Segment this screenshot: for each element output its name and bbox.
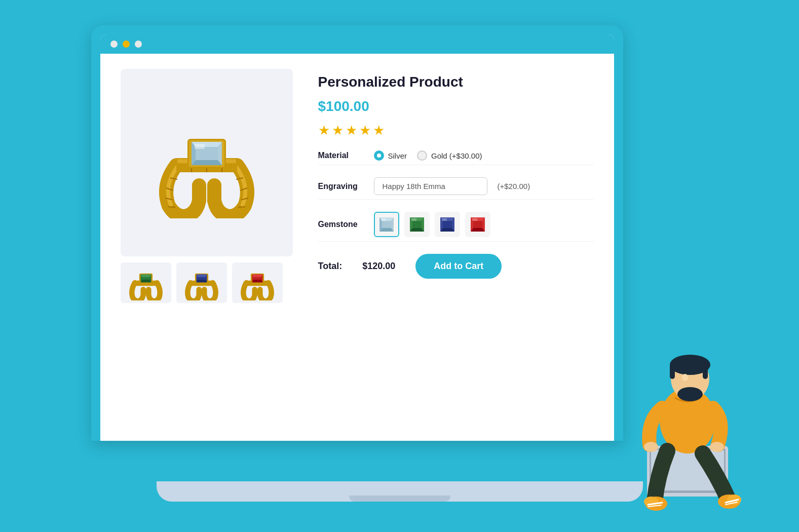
material-label: Material — [318, 151, 364, 160]
laptop: Personalized Product $100.00 ★ ★ ★ ★ ★ M… — [91, 25, 623, 441]
svg-point-63 — [644, 442, 658, 452]
svg-marker-28 — [252, 280, 262, 282]
svg-rect-46 — [442, 218, 447, 221]
svg-rect-52 — [472, 218, 477, 221]
star-rating: ★ ★ ★ ★ ★ — [318, 123, 594, 138]
thumbnail-3[interactable] — [232, 262, 283, 303]
material-option-row: Material Silver Gold (+$30.00) — [318, 146, 594, 165]
svg-rect-40 — [411, 218, 416, 221]
thumbnail-2[interactable] — [176, 262, 227, 303]
star-5: ★ — [373, 123, 385, 138]
star-3: ★ — [346, 123, 357, 138]
product-content: Personalized Product $100.00 ★ ★ ★ ★ ★ M… — [121, 69, 594, 426]
svg-marker-17 — [140, 274, 151, 277]
total-amount: $120.00 — [362, 261, 395, 272]
engraving-input[interactable] — [374, 177, 487, 195]
svg-point-64 — [710, 442, 724, 452]
product-details: Personalized Product $100.00 ★ ★ ★ ★ ★ M… — [318, 69, 594, 426]
material-silver-option[interactable]: Silver — [374, 150, 407, 161]
product-images — [121, 69, 293, 426]
gemstone-option-row: Gemstone — [318, 208, 594, 242]
svg-point-61 — [677, 387, 703, 401]
svg-marker-22 — [196, 274, 207, 277]
svg-rect-60 — [703, 364, 708, 379]
browser-dot-minimize[interactable] — [123, 41, 130, 48]
product-price: $100.00 — [318, 98, 594, 115]
thumbnail-1[interactable] — [121, 262, 171, 303]
product-title: Personalized Product — [318, 74, 594, 90]
gemstone-ruby[interactable] — [465, 212, 490, 237]
svg-rect-59 — [670, 364, 675, 379]
person-illustration — [617, 319, 758, 512]
browser-dot-close[interactable] — [110, 41, 118, 48]
thumbnail-row — [121, 262, 293, 303]
svg-rect-13 — [195, 144, 205, 149]
svg-point-62 — [682, 374, 688, 381]
browser-bar — [100, 34, 614, 54]
gemstone-emerald[interactable] — [404, 212, 430, 237]
engraving-option-row: Engraving (+$20.00) — [318, 173, 594, 200]
total-row: Total: $120.00 Add to Cart — [318, 254, 594, 279]
gemstone-crystal[interactable] — [374, 212, 399, 237]
svg-marker-9 — [192, 160, 222, 165]
svg-point-66 — [644, 497, 658, 507]
gold-label: Gold (+$30.00) — [431, 151, 482, 160]
browser-dot-maximize[interactable] — [135, 41, 142, 48]
gemstone-options — [374, 212, 490, 237]
engraving-label: Engraving — [318, 182, 364, 191]
silver-radio[interactable] — [374, 150, 384, 161]
main-product-image — [121, 69, 293, 256]
total-label: Total: — [318, 261, 343, 272]
add-to-cart-button[interactable]: Add to Cart — [415, 254, 502, 279]
silver-label: Silver — [388, 151, 407, 160]
svg-marker-18 — [140, 280, 151, 282]
svg-marker-27 — [252, 274, 262, 277]
svg-rect-34 — [381, 218, 386, 221]
gemstone-sapphire[interactable] — [435, 212, 460, 237]
laptop-base — [157, 481, 643, 502]
star-2: ★ — [332, 123, 344, 138]
laptop-screen: Personalized Product $100.00 ★ ★ ★ ★ ★ M… — [100, 34, 614, 441]
star-1: ★ — [318, 123, 330, 138]
gold-radio[interactable] — [417, 150, 427, 161]
gemstone-label: Gemstone — [318, 220, 364, 229]
bracelet-image-svg — [151, 107, 262, 218]
engraving-addon-price: (+$20.00) — [498, 182, 530, 191]
svg-marker-23 — [196, 280, 207, 282]
material-gold-option[interactable]: Gold (+$30.00) — [417, 150, 482, 161]
star-4: ★ — [359, 123, 371, 138]
product-page: Personalized Product $100.00 ★ ★ ★ ★ ★ M… — [100, 54, 614, 441]
scene: Personalized Product $100.00 ★ ★ ★ ★ ★ M… — [0, 0, 799, 532]
